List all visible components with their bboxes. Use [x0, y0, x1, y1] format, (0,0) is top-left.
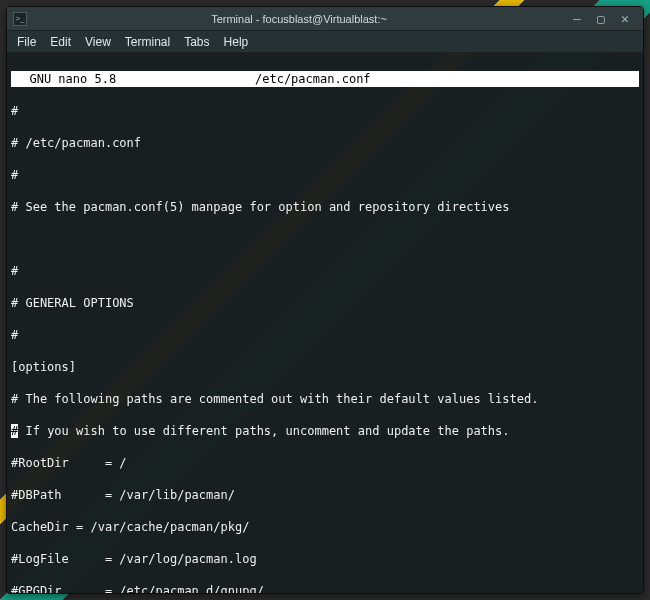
nano-version: GNU nano 5.8	[15, 71, 255, 87]
file-line: #LogFile = /var/log/pacman.log	[11, 551, 639, 567]
file-line: # See the pacman.conf(5) manpage for opt…	[11, 199, 639, 215]
menu-file[interactable]: File	[17, 35, 36, 49]
terminal-content[interactable]: GNU nano 5.8/etc/pacman.conf # # /etc/pa…	[7, 53, 643, 593]
maximize-button[interactable]: ▢	[589, 11, 613, 26]
window-titlebar[interactable]: >_ Terminal - focusblast@Virtualblast:~ …	[7, 7, 643, 31]
file-line: # GENERAL OPTIONS	[11, 295, 639, 311]
file-line: #	[11, 103, 639, 119]
file-line: #RootDir = /	[11, 455, 639, 471]
menu-tabs[interactable]: Tabs	[184, 35, 209, 49]
menubar: File Edit View Terminal Tabs Help	[7, 31, 643, 53]
file-line	[11, 231, 639, 247]
menu-edit[interactable]: Edit	[50, 35, 71, 49]
file-line: [options]	[11, 359, 639, 375]
file-line: #	[11, 263, 639, 279]
file-line: CacheDir = /var/cache/pacman/pkg/	[11, 519, 639, 535]
file-line: # /etc/pacman.conf	[11, 135, 639, 151]
file-line-cursor: # If you wish to use different paths, un…	[11, 423, 639, 439]
window-title: Terminal - focusblast@Virtualblast:~	[33, 13, 565, 25]
minimize-button[interactable]: –	[565, 11, 589, 26]
file-line: #	[11, 167, 639, 183]
menu-terminal[interactable]: Terminal	[125, 35, 170, 49]
file-line: # The following paths are commented out …	[11, 391, 639, 407]
nano-filename: /etc/pacman.conf	[255, 71, 635, 87]
close-button[interactable]: ✕	[613, 11, 637, 26]
menu-help[interactable]: Help	[224, 35, 249, 49]
file-line: #GPGDir = /etc/pacman.d/gnupg/	[11, 583, 639, 593]
menu-view[interactable]: View	[85, 35, 111, 49]
terminal-icon: >_	[13, 12, 27, 26]
file-line: #	[11, 327, 639, 343]
nano-header: GNU nano 5.8/etc/pacman.conf	[11, 71, 639, 87]
terminal-window: >_ Terminal - focusblast@Virtualblast:~ …	[6, 6, 644, 594]
file-line: #DBPath = /var/lib/pacman/	[11, 487, 639, 503]
